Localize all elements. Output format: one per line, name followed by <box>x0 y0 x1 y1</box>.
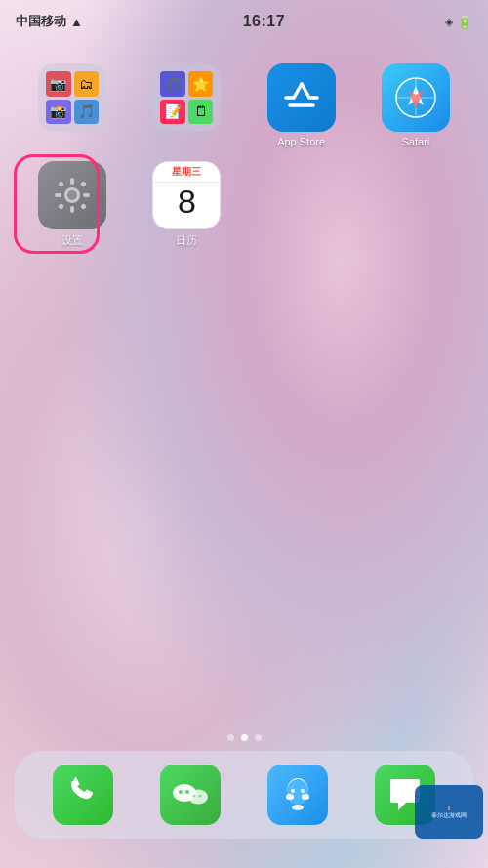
watermark-logo: T <box>447 804 452 812</box>
calendar-app-icon[interactable]: 星期三 8 日历 <box>132 161 241 248</box>
svg-point-17 <box>179 790 183 794</box>
watermark: T 泰尔达游戏网 <box>415 785 483 839</box>
wechat-icon-img <box>160 765 221 825</box>
safari-app-icon[interactable]: Safari <box>361 63 470 147</box>
svg-point-16 <box>188 790 208 805</box>
folder-mini-7: 📝 <box>160 100 185 125</box>
safari-icon-img <box>382 63 450 132</box>
watermark-text: 泰尔达游戏网 <box>431 812 467 820</box>
dot-2 <box>241 734 248 741</box>
appstore-icon-img <box>267 63 336 132</box>
svg-point-23 <box>291 789 295 793</box>
calendar-icon-img: 星期三 8 <box>152 161 221 229</box>
status-left: 中国移动 ▲ <box>16 13 83 30</box>
svg-point-20 <box>199 795 202 798</box>
status-right: ◈ 🔋 <box>445 15 472 29</box>
calendar-label: 日历 <box>176 233 197 248</box>
svg-point-24 <box>301 789 305 793</box>
dot-3 <box>255 734 262 741</box>
phone-dock-icon[interactable] <box>53 765 113 825</box>
folder-mini-3: 📸 <box>46 100 71 125</box>
battery-icon: 🔋 <box>457 15 472 29</box>
folder-mini-5: 🎵 <box>160 71 185 97</box>
qq-dock-icon[interactable] <box>267 765 328 825</box>
svg-point-18 <box>185 790 189 794</box>
appstore-app-icon[interactable]: App Store <box>247 63 356 147</box>
folder-mini-8: 🗒 <box>188 100 214 125</box>
svg-point-26 <box>302 794 309 800</box>
svg-point-25 <box>286 794 294 800</box>
page-dots <box>0 734 488 741</box>
folder-mini-6: ⭐ <box>188 71 214 97</box>
svg-point-22 <box>287 779 308 805</box>
carrier-text: 中国移动 <box>16 13 66 30</box>
settings-highlight-box <box>14 154 100 254</box>
dock <box>15 751 473 839</box>
folder-mini-1: 📷 <box>46 71 71 97</box>
wifi-icon: ▲ <box>70 15 83 29</box>
calendar-date: 8 <box>153 183 220 222</box>
time-display: 16:17 <box>243 13 285 30</box>
location-icon: ◈ <box>445 16 453 28</box>
folder-mini-4: 🎵 <box>74 100 100 125</box>
calendar-day-name: 星期三 <box>153 162 220 183</box>
folder-2-icon[interactable]: 🎵 ⭐ 📝 🗒 <box>132 63 241 147</box>
qq-icon-img <box>267 765 328 825</box>
svg-point-19 <box>193 795 196 798</box>
appstore-label: App Store <box>277 136 325 147</box>
safari-label: Safari <box>402 136 430 147</box>
dot-1 <box>227 734 234 741</box>
status-bar: 中国移动 ▲ 16:17 ◈ 🔋 <box>0 0 488 43</box>
phone-icon-img <box>53 765 113 825</box>
svg-point-27 <box>292 805 304 810</box>
folder-mini-2: 🗂 <box>74 71 100 97</box>
wechat-dock-icon[interactable] <box>160 765 221 825</box>
folder-1-icon[interactable]: 📷 🗂 📸 🎵 <box>18 63 127 147</box>
